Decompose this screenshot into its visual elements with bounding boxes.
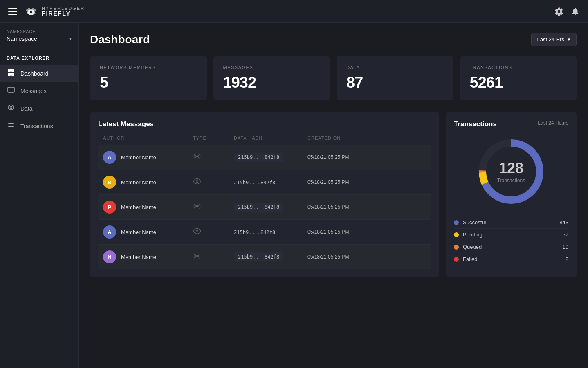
- settings-button[interactable]: [554, 7, 563, 16]
- type-icon: [193, 177, 234, 187]
- time-filter-dropdown[interactable]: Last 24 Hrs ▾: [531, 33, 577, 46]
- messages-value: 1932: [223, 74, 321, 91]
- hash-cell: 215b9....842f8: [234, 228, 307, 236]
- svg-rect-7: [11, 69, 14, 72]
- legend-item: Succesful 843: [454, 216, 568, 229]
- notifications-button[interactable]: [571, 7, 580, 16]
- hash-badge: 215b9....842f8: [234, 153, 283, 162]
- tx-legend: Succesful 843 Pending 57 Queued 10 Faile…: [454, 216, 568, 265]
- tx-title: Transactions: [454, 120, 497, 128]
- gear-icon: [554, 7, 563, 16]
- time-filter-label: Last 24 Hrs: [537, 36, 564, 42]
- stat-card-network-members: NETWORK MEMBERS 5: [90, 56, 207, 100]
- message-rows: A Member Name 215b9....842f8 05/18/21 05…: [98, 145, 431, 269]
- legend-name: Queued: [463, 244, 482, 250]
- network-members-label: NETWORK MEMBERS: [100, 65, 197, 70]
- type-icon: [193, 202, 234, 212]
- created-date: 05/18/21 05:25 PM: [307, 154, 426, 160]
- chevron-down-icon: ▾: [69, 36, 72, 42]
- sidebar-data-label: Data: [20, 105, 33, 112]
- legend-left: Succesful: [454, 219, 486, 225]
- data-label: DATA: [346, 65, 444, 70]
- type-icon: [193, 252, 234, 262]
- legend-count: 10: [563, 244, 568, 250]
- created-date: 05/18/21 05:25 PM: [307, 254, 426, 260]
- svg-rect-8: [8, 73, 11, 76]
- author-cell: A Member Name: [103, 225, 193, 239]
- namespace-label: NAMESPACE: [7, 29, 72, 34]
- svg-point-17: [196, 156, 197, 157]
- sidebar-transactions-label: Transactions: [20, 123, 53, 129]
- table-row[interactable]: A Member Name 215b9....842f8 05/18/21 05…: [98, 145, 431, 170]
- svg-point-3: [30, 11, 32, 13]
- avatar: N: [103, 250, 116, 263]
- sidebar-item-data[interactable]: Data: [0, 100, 78, 117]
- svg-point-21: [196, 255, 197, 256]
- sidebar-item-messages[interactable]: Messages: [0, 82, 78, 100]
- legend-item: Pending 57: [454, 229, 568, 241]
- member-name: Member Name: [121, 254, 156, 260]
- stat-cards: NETWORK MEMBERS 5 MESSAGES 1932 DATA 87 …: [90, 56, 577, 100]
- sidebar: NAMESPACE Namespace ▾ Data Explorer Dash…: [0, 23, 79, 368]
- legend-left: Queued: [454, 244, 482, 250]
- data-value: 87: [346, 74, 444, 91]
- transactions-label: TRANSACTIONS: [470, 65, 567, 70]
- legend-dot: [454, 245, 459, 250]
- legend-left: Failed: [454, 256, 477, 262]
- table-row[interactable]: N Member Name 215b9....842f8 05/18/21 05…: [98, 245, 431, 269]
- data-explorer-label: Data Explorer: [0, 56, 78, 65]
- legend-dot: [454, 232, 459, 237]
- logo-text: HYPERLEDGER FIREFLY: [42, 6, 85, 17]
- hash-text: 215b9....842f8: [234, 180, 275, 185]
- logo: HYPERLEDGER FIREFLY: [24, 4, 85, 19]
- svg-point-19: [196, 205, 197, 207]
- member-name: Member Name: [121, 204, 156, 210]
- transactions-panel: Transactions Last 24 Hours: [446, 112, 577, 277]
- data-icon: [7, 104, 16, 113]
- donut-center: 128 Transactions: [497, 160, 525, 183]
- author-cell: B Member Name: [103, 176, 193, 189]
- dashboard-icon: [7, 69, 16, 78]
- time-filter-chevron: ▾: [568, 36, 570, 42]
- table-row[interactable]: A Member Name 215b9....842f8 05/18/21 05…: [98, 220, 431, 245]
- tx-header: Transactions Last 24 Hours: [454, 120, 568, 128]
- table-row[interactable]: B Member Name 215b9....842f8 05/18/21 05…: [98, 170, 431, 195]
- legend-count: 843: [559, 219, 568, 225]
- hash-badge: 215b9....842f8: [234, 252, 283, 261]
- namespace-name: Namespace: [7, 36, 37, 42]
- avatar: P: [103, 201, 116, 214]
- svg-point-20: [196, 230, 198, 232]
- sidebar-item-dashboard[interactable]: Dashboard: [0, 65, 78, 82]
- hash-cell: 215b9....842f8: [234, 203, 307, 212]
- bell-icon: [571, 7, 580, 16]
- author-cell: A Member Name: [103, 151, 193, 164]
- menu-button[interactable]: [8, 8, 17, 15]
- messages-icon: [7, 86, 16, 96]
- avatar: A: [103, 225, 116, 239]
- transactions-value: 5261: [470, 74, 567, 91]
- svg-rect-6: [8, 69, 11, 72]
- stat-card-transactions: TRANSACTIONS 5261: [460, 56, 577, 100]
- svg-point-13: [10, 107, 12, 109]
- legend-name: Failed: [463, 256, 477, 262]
- legend-dot: [454, 220, 459, 225]
- bottom-section: Latest Messages AUTHOR TYPE DATA HASH CR…: [90, 112, 577, 277]
- member-name: Member Name: [121, 179, 156, 185]
- legend-count: 57: [563, 232, 568, 238]
- hash-badge: 215b9....842f8: [234, 203, 283, 212]
- svg-marker-12: [8, 105, 14, 110]
- svg-rect-10: [8, 87, 14, 92]
- namespace-select[interactable]: Namespace ▾: [7, 36, 72, 42]
- donut-chart: 128 Transactions: [454, 135, 568, 208]
- table-row[interactable]: P Member Name 215b9....842f8 05/18/21 05…: [98, 195, 431, 220]
- donut-count: 128: [497, 160, 525, 177]
- created-date: 05/18/21 05:25 PM: [307, 204, 426, 210]
- col-hash: DATA HASH: [234, 136, 307, 141]
- logo-icon: [24, 4, 38, 19]
- layout: NAMESPACE Namespace ▾ Data Explorer Dash…: [0, 23, 588, 368]
- sidebar-item-transactions[interactable]: Transactions: [0, 117, 78, 135]
- namespace-section: NAMESPACE Namespace ▾: [0, 29, 78, 49]
- messages-label: MESSAGES: [223, 65, 321, 70]
- legend-item: Queued 10: [454, 241, 568, 253]
- page-title: Dashboard: [90, 33, 150, 46]
